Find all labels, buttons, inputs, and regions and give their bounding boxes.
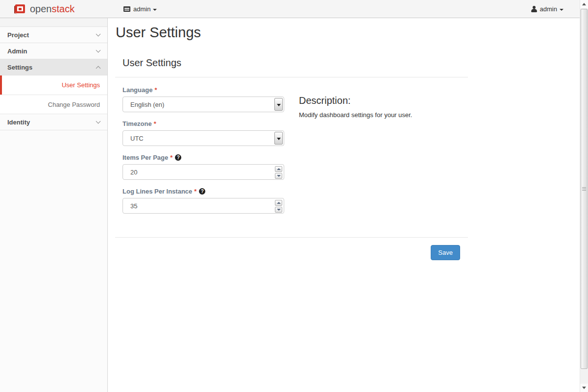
top-navigation-bar: openstack admin admin — [0, 0, 588, 18]
settings-form: Language* English (en) Timezone* UTC — [115, 77, 292, 221]
chevron-down-icon — [153, 9, 157, 11]
panel-footer: Save — [115, 237, 468, 260]
user-account-dropdown[interactable]: admin — [531, 0, 564, 18]
project-switcher-dropdown[interactable]: admin — [123, 0, 157, 18]
sidebar-section-project[interactable]: Project — [0, 27, 107, 43]
vertical-scrollbar[interactable] — [580, 0, 588, 392]
select-dropdown-arrow-icon[interactable] — [274, 98, 283, 111]
scrollbar-grip — [582, 187, 586, 188]
sidebar-section-settings[interactable]: Settings — [0, 59, 107, 75]
log-lines-input-wrap — [122, 198, 284, 214]
number-spinner — [275, 166, 282, 179]
panel-title: User Settings — [122, 57, 468, 69]
required-asterisk: * — [170, 154, 172, 161]
log-lines-field-group: Log Lines Per Instance* ? — [122, 188, 284, 214]
language-select[interactable]: English (en) — [122, 97, 284, 112]
items-per-page-input-wrap — [122, 164, 284, 180]
main-content: User Settings User Settings Language* En… — [108, 18, 580, 392]
project-switcher-label: admin — [133, 5, 150, 13]
save-button[interactable]: Save — [431, 245, 460, 260]
description-heading: Description: — [299, 95, 461, 106]
log-lines-input[interactable] — [123, 198, 284, 213]
chevron-down-icon — [560, 9, 564, 11]
user-icon — [531, 6, 537, 12]
chevron-down-icon — [96, 32, 101, 37]
items-per-page-label: Items Per Page* ? — [122, 154, 284, 161]
scrollbar-thumb[interactable] — [581, 9, 588, 369]
help-question-icon[interactable]: ? — [199, 188, 205, 195]
sidebar-navigation: Project Admin Settings User Settings Cha… — [0, 18, 108, 392]
chevron-up-icon — [96, 66, 101, 71]
openstack-wordmark: openstack — [30, 3, 74, 15]
description-column: Description: Modify dashboard settings f… — [292, 77, 468, 221]
scrollbar-up-arrow-icon[interactable] — [580, 0, 588, 8]
required-asterisk: * — [154, 120, 156, 127]
spinner-up-icon[interactable] — [275, 200, 282, 206]
sidebar-section-admin[interactable]: Admin — [0, 43, 107, 59]
required-asterisk: * — [154, 86, 157, 94]
timezone-label: Timezone* — [122, 120, 284, 127]
log-lines-label: Log Lines Per Instance* ? — [122, 188, 284, 195]
description-text: Modify dashboard settings for your user. — [299, 111, 461, 119]
project-list-icon — [123, 6, 130, 12]
openstack-cube-icon — [14, 4, 25, 15]
user-menu-label: admin — [540, 5, 557, 13]
page-title: User Settings — [116, 24, 580, 41]
language-field-group: Language* English (en) — [122, 86, 284, 112]
sidebar-item-change-password[interactable]: Change Password — [0, 95, 107, 114]
scrollbar-down-arrow-icon[interactable] — [580, 384, 588, 392]
spinner-up-icon[interactable] — [275, 166, 282, 172]
timezone-select[interactable]: UTC — [122, 130, 284, 146]
items-per-page-field-group: Items Per Page* ? — [122, 154, 284, 180]
language-label: Language* — [122, 86, 284, 94]
sidebar-section-identity[interactable]: Identity — [0, 114, 107, 130]
number-spinner — [275, 200, 282, 213]
spinner-down-icon[interactable] — [275, 207, 282, 213]
user-settings-panel: User Settings Language* English (en) Tim… — [115, 57, 468, 260]
timezone-select-value: UTC — [130, 135, 144, 142]
chevron-down-icon — [96, 119, 101, 124]
timezone-field-group: Timezone* UTC — [122, 120, 284, 146]
chevron-down-icon — [96, 48, 101, 53]
openstack-logo[interactable]: openstack — [14, 3, 74, 15]
help-question-icon[interactable]: ? — [175, 154, 181, 161]
language-select-value: English (en) — [130, 101, 164, 108]
items-per-page-input[interactable] — [123, 165, 284, 179]
sidebar-top-strip — [0, 18, 107, 27]
select-dropdown-arrow-icon[interactable] — [274, 132, 283, 145]
required-asterisk: * — [194, 188, 196, 195]
sidebar-item-user-settings[interactable]: User Settings — [0, 75, 107, 95]
spinner-down-icon[interactable] — [275, 173, 282, 179]
